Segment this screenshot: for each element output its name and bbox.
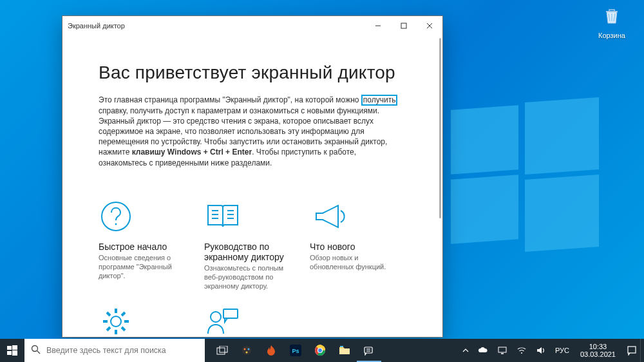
card-title: Что нового [310,242,401,252]
svg-point-26 [246,352,248,354]
titlebar[interactable]: Экранный диктор [62,16,442,35]
tray-notifications-icon[interactable] [625,339,639,362]
tray-onedrive-icon[interactable] [476,339,490,362]
card-desc: Обзор новых и обновленных функций. [310,253,401,272]
recycle-bin[interactable]: Корзина [592,5,631,39]
svg-rect-21 [217,348,225,354]
taskbar: Ps РУС 10:33 03.03.2021 [0,339,644,362]
megaphone-icon [310,199,401,239]
svg-rect-37 [498,347,506,352]
minimize-button[interactable] [365,16,391,35]
card-whatsnew[interactable]: Что нового Обзор новых и обновленных фун… [310,199,401,291]
svg-point-4 [102,202,130,231]
svg-rect-1 [401,23,406,28]
card-quickstart[interactable]: Быстрое начало Основные сведения о прогр… [99,199,190,291]
svg-point-31 [318,348,323,353]
svg-rect-14 [223,309,238,318]
help-circle-icon [99,199,190,239]
desktop: Корзина Экранный диктор Вас приветствует… [0,0,644,362]
svg-rect-18 [12,350,17,356]
svg-rect-40 [628,347,636,353]
book-icon [204,199,296,239]
svg-point-39 [521,352,522,354]
start-button[interactable] [0,339,24,362]
svg-rect-17 [7,351,12,355]
taskbar-app-narrator[interactable] [357,339,381,362]
card-title: Руководство по экранному диктору [204,242,296,262]
task-view-button[interactable] [210,339,234,362]
svg-point-19 [32,346,37,352]
card-guide[interactable]: Руководство по экранному диктору Ознаком… [204,199,296,291]
svg-point-25 [248,348,250,350]
taskbar-app-paint[interactable] [234,339,259,362]
card-feedback[interactable] [204,304,296,337]
scrollbar-thumb[interactable] [439,38,441,218]
taskbar-app-explorer[interactable] [332,339,357,362]
close-button[interactable] [417,16,442,35]
svg-line-20 [37,351,40,354]
search-input[interactable] [46,339,205,362]
svg-rect-15 [7,346,12,350]
card-settings[interactable] [99,304,190,337]
scrollbar[interactable] [437,38,441,334]
search-icon [24,345,46,356]
taskbar-app-photoshop[interactable]: Ps [283,339,308,362]
narrator-cursor-highlight: получить [361,95,398,106]
tray-overflow-icon[interactable] [460,339,471,362]
window-title: Экранный диктор [68,22,125,30]
content-area[interactable]: Вас приветствует экранный диктор Это гла… [62,35,437,337]
svg-text:Ps: Ps [292,348,299,354]
svg-rect-22 [220,346,227,352]
card-empty [310,304,401,337]
svg-rect-32 [339,348,350,354]
svg-point-23 [242,346,251,355]
card-desc: Ознакомьтесь с полным веб-руководством п… [204,263,296,291]
svg-rect-16 [12,345,17,350]
page-heading: Вас приветствует экранный диктор [99,62,401,83]
taskbar-pinned: Ps [210,339,381,362]
card-desc: Основные сведения о программе "Экранный … [99,253,190,281]
svg-rect-34 [365,347,372,353]
show-desktop-button[interactable] [640,339,644,362]
taskbar-app-flame[interactable] [259,339,283,362]
taskbar-app-chrome[interactable] [308,339,332,362]
tray-clock[interactable]: 10:33 03.03.2021 [576,343,620,358]
svg-point-12 [111,316,121,327]
clock-date: 03.03.2021 [580,350,616,358]
maximize-button[interactable] [391,16,417,35]
system-tray: РУС 10:33 03.03.2021 [459,339,640,362]
tray-wifi-icon[interactable] [515,339,529,362]
gear-icon [99,304,190,337]
tray-volume-icon[interactable] [534,339,548,362]
clock-time: 10:33 [580,343,616,350]
windows-logo-background [451,100,599,248]
recycle-bin-icon [592,5,631,30]
tray-language[interactable]: РУС [553,339,571,362]
intro-paragraph: Это главная страница программы "Экранный… [99,95,401,168]
svg-point-13 [211,312,221,322]
tray-network-icon[interactable] [495,339,509,362]
svg-rect-33 [340,346,343,347]
search-box[interactable] [24,339,205,362]
svg-point-5 [115,223,117,225]
card-title: Быстрое начало [99,242,190,252]
person-chat-icon [204,304,296,337]
recycle-bin-label: Корзина [592,32,631,39]
narrator-window: Экранный диктор Вас приветствует экранны… [62,15,443,338]
svg-point-24 [244,348,246,350]
